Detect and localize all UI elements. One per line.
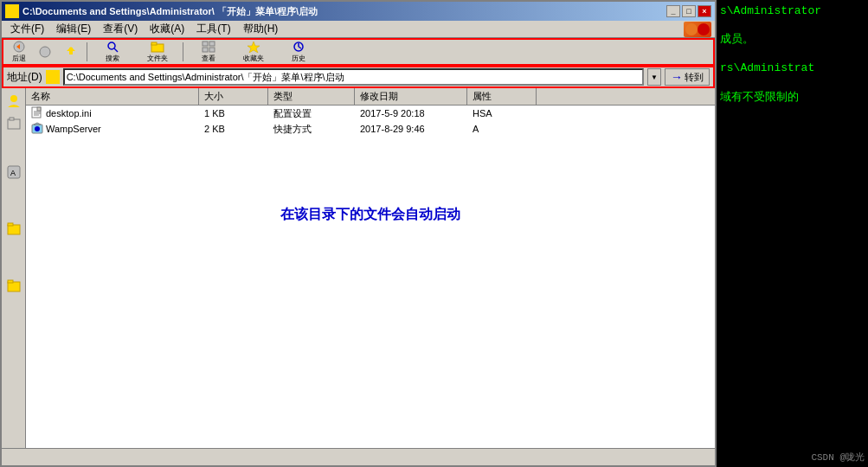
explorer-window: C:\Documents and Settings\Administrator\… — [0, 0, 717, 467]
svg-rect-11 — [151, 42, 157, 45]
nav-icon-5[interactable] — [4, 277, 23, 296]
title-bar: C:\Documents and Settings\Administrator\… — [2, 2, 715, 21]
file-size-2: 2 KB — [199, 124, 268, 134]
svg-point-1 — [698, 23, 710, 35]
menu-edit[interactable]: 编辑(E) — [51, 20, 96, 38]
file-type-2: 快捷方式 — [268, 123, 355, 136]
menu-tools[interactable]: 工具(T) — [191, 20, 235, 38]
goto-arrow-icon: → — [671, 70, 683, 84]
goto-label: 转到 — [685, 71, 704, 84]
file-attr-1: HSA — [467, 108, 537, 118]
table-row[interactable]: WampServer 2 KB 快捷方式 2017-8-29 9:46 A — [26, 121, 715, 137]
left-nav: A — [2, 88, 26, 448]
center-instruction: 在该目录下的文件会自动启动 — [26, 137, 715, 224]
address-input[interactable] — [63, 68, 644, 86]
svg-text:A: A — [10, 169, 16, 177]
svg-marker-7 — [67, 47, 75, 51]
svg-rect-27 — [8, 225, 20, 234]
file-icon-2 — [31, 122, 43, 136]
terminal-line-3: rs\Administrat — [720, 61, 865, 76]
svg-marker-16 — [248, 42, 260, 53]
col-header-name[interactable]: 名称 — [26, 88, 199, 105]
terminal-credit: CSDN @咙光 — [811, 452, 865, 463]
search-button[interactable]: 搜索 — [91, 41, 134, 63]
col-header-attr[interactable]: 属性 — [467, 88, 537, 105]
goto-button[interactable]: → 转到 — [665, 68, 710, 86]
file-type-1: 配置设置 — [268, 107, 355, 120]
file-name-1: desktop.ini — [26, 106, 199, 120]
address-label: 地址(D) — [7, 70, 42, 85]
toolbar-separator — [87, 42, 87, 61]
svg-rect-15 — [209, 48, 215, 52]
history-button[interactable]: 历史 — [277, 41, 320, 63]
svg-line-9 — [114, 48, 118, 52]
col-header-date[interactable]: 修改日期 — [355, 88, 467, 105]
file-icon-1 — [31, 106, 43, 120]
file-attr-2: A — [467, 124, 537, 134]
view-button[interactable]: 查看 — [187, 41, 230, 63]
back-button[interactable]: 后退 — [7, 41, 31, 63]
file-date-1: 2017-5-9 20:18 — [355, 108, 467, 118]
menu-file[interactable]: 文件(F) — [5, 20, 49, 38]
svg-rect-32 — [37, 107, 41, 111]
file-list: 名称 大小 类型 修改日期 属性 — [26, 88, 715, 448]
table-row[interactable]: desktop.ini 1 KB 配置设置 2017-5-9 20:18 HSA — [26, 106, 715, 121]
svg-rect-13 — [209, 42, 215, 46]
svg-rect-20 — [47, 74, 59, 82]
menu-bar: 文件(F) 编辑(E) 查看(V) 收藏(A) 工具(T) 帮助(H) — [2, 21, 715, 38]
svg-rect-14 — [203, 48, 208, 52]
toolbar-separator-2 — [183, 42, 183, 61]
window-title: C:\Documents and Settings\Administrator\… — [23, 5, 318, 18]
favorites-button[interactable]: 收藏夹 — [232, 41, 275, 63]
status-bar — [2, 448, 715, 465]
svg-rect-28 — [8, 223, 13, 226]
col-header-type[interactable]: 类型 — [268, 88, 355, 105]
address-bar: 地址(D) ▼ → 转到 — [2, 66, 715, 88]
svg-rect-24 — [10, 118, 14, 120]
toolbar: 后退 — [2, 38, 715, 66]
file-area: A — [2, 88, 715, 448]
nav-icon-4[interactable] — [4, 220, 23, 239]
address-dropdown[interactable]: ▼ — [647, 68, 661, 86]
minimize-button[interactable]: _ — [666, 5, 680, 17]
maximize-button[interactable]: □ — [682, 5, 696, 17]
svg-point-8 — [108, 42, 115, 49]
menu-help[interactable]: 帮助(H) — [238, 20, 284, 38]
file-size-1: 1 KB — [199, 108, 268, 118]
svg-rect-23 — [8, 119, 20, 129]
up-button[interactable] — [59, 41, 83, 63]
terminal-panel: s\Administrator 成员。 rs\Administrat 域有不受限… — [717, 0, 868, 467]
svg-line-19 — [299, 47, 301, 48]
window-icon — [5, 4, 19, 18]
svg-point-0 — [685, 23, 698, 35]
terminal-line-2: 成员。 — [720, 32, 865, 48]
file-date-2: 2017-8-29 9:46 — [355, 124, 467, 134]
nav-icon-3[interactable]: A — [4, 163, 23, 182]
column-headers: 名称 大小 类型 修改日期 属性 — [26, 88, 715, 106]
svg-rect-21 — [47, 73, 52, 75]
menu-favorites[interactable]: 收藏(A) — [145, 20, 190, 38]
svg-rect-12 — [203, 42, 208, 46]
xp-logo — [684, 22, 711, 37]
terminal-bottom: CSDN @咙光 — [720, 447, 865, 464]
col-header-size[interactable]: 大小 — [199, 88, 268, 105]
terminal-line-1: s\Administrator — [720, 3, 865, 19]
svg-marker-37 — [34, 123, 41, 125]
folder-icon — [46, 70, 60, 84]
close-button[interactable]: × — [698, 5, 711, 17]
svg-rect-30 — [8, 280, 13, 283]
forward-button[interactable] — [33, 41, 57, 63]
nav-icon-1[interactable] — [4, 92, 23, 111]
folders-button[interactable]: 文件夹 — [136, 41, 179, 63]
terminal-line-4: 域有不受限制的 — [720, 90, 865, 106]
menu-view[interactable]: 查看(V) — [98, 20, 143, 38]
nav-icon-2[interactable] — [4, 114, 23, 133]
svg-rect-29 — [8, 282, 20, 291]
svg-point-38 — [35, 126, 40, 131]
svg-point-22 — [10, 95, 17, 102]
file-name-2: WampServer — [26, 122, 199, 136]
